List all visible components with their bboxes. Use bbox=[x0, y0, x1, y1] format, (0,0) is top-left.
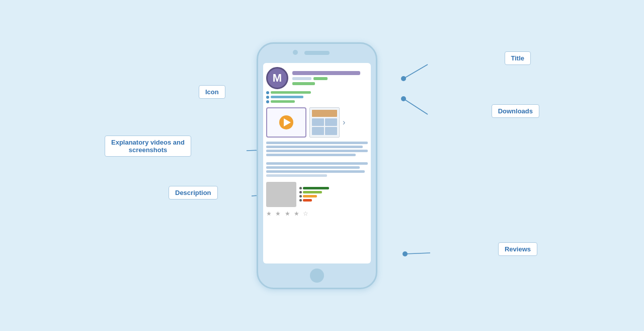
sc-cell-1 bbox=[312, 118, 324, 126]
chevron-right-icon: › bbox=[343, 118, 345, 127]
svg-line-1 bbox=[404, 99, 428, 114]
diagram-container: M bbox=[20, 12, 624, 319]
rv-row-1 bbox=[299, 187, 368, 189]
review-image bbox=[266, 182, 296, 207]
desc-line-2 bbox=[266, 146, 363, 148]
downloads-label: Downloads bbox=[492, 104, 539, 118]
stars-row: ★ ★ ★ ★ ☆ bbox=[263, 209, 371, 218]
svg-point-7 bbox=[401, 96, 406, 101]
rv-row-2 bbox=[299, 191, 368, 193]
subtitle-gray-1 bbox=[292, 77, 311, 80]
screenshot-thumbnail bbox=[309, 107, 340, 138]
desc-line-5 bbox=[266, 162, 368, 165]
title-label: Title bbox=[505, 51, 531, 65]
dl-row-2 bbox=[266, 96, 368, 99]
icon-label: Icon bbox=[199, 85, 225, 99]
dl-dot-1 bbox=[266, 91, 269, 94]
app-title-area bbox=[292, 71, 368, 85]
dl-dot-3 bbox=[266, 100, 269, 103]
sc-grid bbox=[312, 118, 337, 135]
rv-row-3 bbox=[299, 195, 368, 197]
subtitle-green-1 bbox=[313, 77, 328, 80]
reviews-label: Reviews bbox=[498, 242, 537, 256]
phone-screen: M bbox=[263, 63, 371, 263]
subtitle-bars bbox=[292, 77, 368, 80]
description-label: Description bbox=[169, 186, 218, 200]
dl-bar-2 bbox=[271, 96, 303, 98]
app-icon: M bbox=[266, 67, 288, 89]
dl-row-1 bbox=[266, 91, 368, 94]
phone-home-button bbox=[310, 269, 324, 283]
review-bars bbox=[299, 182, 368, 207]
svg-line-5 bbox=[405, 253, 430, 254]
dl-row-3 bbox=[266, 100, 368, 103]
dl-bar-1 bbox=[271, 91, 311, 94]
rv-bar-1 bbox=[303, 187, 329, 189]
rv-bar-4 bbox=[303, 199, 312, 202]
phone-camera bbox=[293, 50, 298, 55]
explanatory-label: Explanatory videos and screenshots bbox=[105, 136, 191, 157]
phone-speaker bbox=[304, 51, 330, 55]
reviews-area bbox=[263, 179, 371, 209]
phone-mockup: M bbox=[257, 42, 377, 289]
desc-line-6 bbox=[266, 166, 360, 169]
sc-top-block bbox=[312, 110, 337, 117]
rv-dot-2 bbox=[299, 191, 302, 193]
rv-dot-1 bbox=[299, 187, 302, 189]
play-triangle-icon bbox=[284, 118, 291, 126]
title-bar-line bbox=[292, 71, 360, 75]
svg-point-6 bbox=[401, 76, 406, 81]
rv-bar-2 bbox=[303, 191, 322, 193]
description-area bbox=[263, 141, 371, 179]
dl-bar-3 bbox=[271, 100, 295, 103]
explanatory-text: Explanatory videos and screenshots bbox=[111, 139, 185, 154]
play-button bbox=[279, 115, 293, 129]
rv-dot-3 bbox=[299, 195, 302, 197]
desc-line-7 bbox=[266, 170, 365, 173]
rv-bar-3 bbox=[303, 195, 317, 197]
desc-line-1 bbox=[266, 142, 368, 144]
svg-point-11 bbox=[403, 251, 408, 256]
desc-line-4 bbox=[266, 154, 356, 156]
desc-line-3 bbox=[266, 150, 368, 152]
desc-line-8 bbox=[266, 174, 327, 177]
downloads-area bbox=[263, 91, 371, 104]
rv-row-4 bbox=[299, 199, 368, 202]
video-thumbnail bbox=[266, 107, 306, 138]
subtitle-bars-2 bbox=[292, 82, 368, 85]
sc-cell-3 bbox=[312, 127, 324, 135]
stars-text: ★ ★ ★ ★ ☆ bbox=[266, 210, 309, 217]
dl-dot-2 bbox=[266, 96, 269, 99]
svg-line-0 bbox=[404, 64, 428, 79]
rv-dot-4 bbox=[299, 199, 302, 202]
screen-header: M bbox=[263, 63, 371, 91]
subtitle-green-2 bbox=[292, 82, 315, 85]
sc-cell-2 bbox=[325, 118, 337, 126]
media-row: › bbox=[263, 104, 371, 141]
sc-cell-4 bbox=[325, 127, 337, 135]
